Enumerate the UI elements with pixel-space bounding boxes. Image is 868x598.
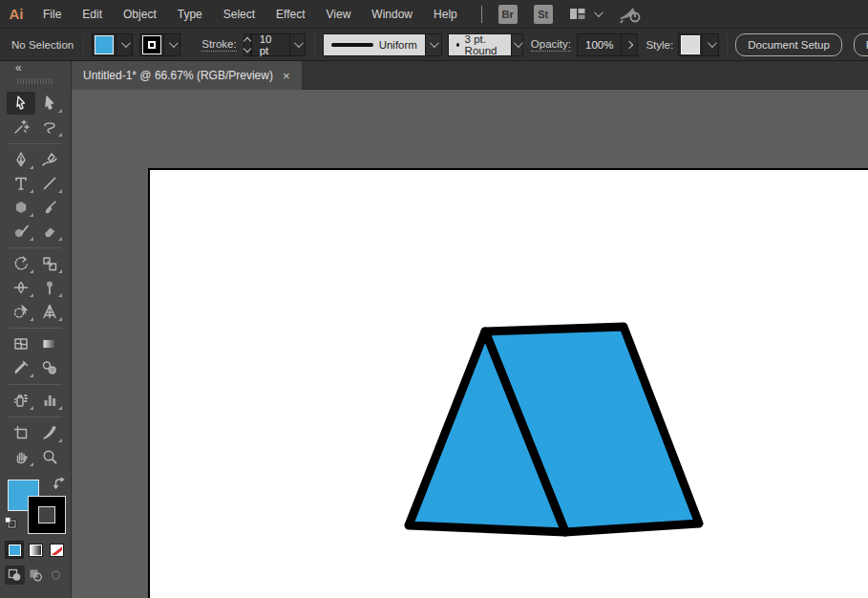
- stroke-color-proxy[interactable]: [29, 497, 65, 533]
- stroke-color-swatch[interactable]: [142, 35, 161, 54]
- opacity-value[interactable]: 100%: [578, 39, 621, 51]
- stroke-panel-link[interactable]: Stroke:: [201, 38, 236, 52]
- perspective-grid-icon: [41, 303, 58, 320]
- chevron-down-icon: [121, 38, 131, 48]
- symbol-sprayer-tool[interactable]: [7, 389, 35, 412]
- document-setup-button[interactable]: Document Setup: [735, 33, 842, 56]
- document-tab[interactable]: Untitled-1* @ 66.67% (RGB/Preview) ×: [72, 61, 302, 90]
- paintbrush-tool[interactable]: [35, 196, 64, 219]
- draw-normal-button[interactable]: [5, 566, 25, 585]
- width-tool[interactable]: [7, 276, 35, 299]
- gradient-button[interactable]: [26, 541, 45, 559]
- draw-inside-button: [46, 566, 66, 585]
- menu-select[interactable]: Select: [213, 0, 265, 29]
- opacity-field[interactable]: 100%: [577, 33, 638, 56]
- selection-status: No Selection: [11, 39, 74, 51]
- menu-help[interactable]: Help: [423, 0, 468, 29]
- direct-selection-tool[interactable]: [35, 92, 64, 115]
- color-swatch-icon: [9, 545, 21, 556]
- pen-nib-icon: [12, 151, 30, 168]
- stroke-weight-stepper[interactable]: [243, 33, 251, 56]
- puppet-warp-tool[interactable]: [35, 276, 64, 299]
- opacity-panel-link[interactable]: Opacity:: [531, 38, 571, 52]
- fill-color-swatch[interactable]: [95, 35, 114, 54]
- chevron-down-icon: [430, 38, 439, 48]
- stroke-weight-dropdown[interactable]: 10 pt: [251, 33, 306, 56]
- toolbar-header: «: [0, 61, 72, 90]
- drawing-modes-row: [0, 559, 71, 585]
- stock-button[interactable]: St: [534, 5, 553, 24]
- draw-behind-button[interactable]: [26, 566, 46, 585]
- pen-tool[interactable]: [7, 148, 35, 171]
- shape-tool[interactable]: [7, 196, 35, 219]
- toolbar-grip[interactable]: [17, 78, 53, 84]
- fill-color-dropdown[interactable]: [92, 33, 133, 56]
- eraser-tool[interactable]: [35, 220, 64, 243]
- workspace-switcher[interactable]: [569, 7, 601, 21]
- shape-builder-tool[interactable]: [7, 300, 35, 323]
- menu-view[interactable]: View: [316, 0, 362, 29]
- direct-selection-arrow-icon: [41, 95, 58, 112]
- preferences-button[interactable]: Preferences: [854, 33, 868, 56]
- column-graph-tool[interactable]: [35, 389, 64, 412]
- toolbar-separator: [9, 247, 62, 248]
- slice-tool[interactable]: [35, 421, 64, 444]
- line-segment-tool[interactable]: [35, 172, 64, 195]
- menu-window[interactable]: Window: [361, 0, 423, 29]
- close-tab-icon[interactable]: ×: [283, 70, 290, 82]
- perspective-grid-tool[interactable]: [35, 300, 64, 323]
- toolbar-separator: [9, 328, 62, 329]
- lasso-tool[interactable]: [35, 116, 64, 139]
- default-swatches-icon: [4, 516, 17, 529]
- color-button[interactable]: [5, 541, 24, 559]
- style-swatch[interactable]: [681, 35, 700, 54]
- mesh-tool[interactable]: [7, 332, 35, 355]
- menu-file[interactable]: File: [32, 0, 72, 29]
- scale-tool[interactable]: [35, 252, 64, 275]
- chevron-down-icon: [514, 38, 523, 48]
- artwork-layer[interactable]: [72, 90, 868, 598]
- swap-arrows-icon: [53, 477, 66, 489]
- hand-icon: [12, 448, 30, 465]
- menu-effect[interactable]: Effect: [265, 0, 315, 29]
- color-mode-row: [0, 533, 71, 559]
- width-icon: [12, 279, 30, 296]
- curvature-tool[interactable]: [35, 148, 64, 171]
- selection-tool[interactable]: [7, 92, 35, 115]
- polygon-icon: [12, 199, 30, 216]
- zoom-tool[interactable]: [35, 445, 64, 468]
- workspace-layout-icon: [569, 7, 586, 21]
- collapse-panel-button[interactable]: «: [15, 61, 22, 75]
- stroke-weight-value[interactable]: 10 pt: [252, 33, 289, 56]
- blend-icon: [41, 359, 58, 376]
- menu-separator: [481, 6, 482, 23]
- artboard-tool[interactable]: [7, 421, 35, 444]
- default-fill-stroke-button[interactable]: [4, 516, 17, 533]
- canvas-area[interactable]: [72, 90, 868, 598]
- style-dropdown[interactable]: [678, 33, 719, 56]
- gpu-performance-button[interactable]: [617, 5, 642, 24]
- hand-tool[interactable]: [7, 445, 35, 468]
- magic-wand-tool[interactable]: [7, 116, 35, 139]
- chevron-down-icon: [169, 38, 179, 48]
- gpu-rocket-icon: [617, 5, 642, 24]
- swap-fill-stroke-button[interactable]: [53, 476, 66, 493]
- shaper-tool[interactable]: [7, 220, 35, 243]
- stepper-down-icon[interactable]: [243, 44, 250, 52]
- type-tool[interactable]: [7, 172, 35, 195]
- menu-object[interactable]: Object: [113, 0, 167, 29]
- brush-dropdown[interactable]: 3 pt. Round: [448, 33, 523, 56]
- rotate-tool[interactable]: [7, 252, 35, 275]
- gradient-tool[interactable]: [35, 332, 64, 355]
- blend-tool[interactable]: [35, 356, 64, 379]
- menu-type[interactable]: Type: [167, 0, 213, 29]
- bridge-button[interactable]: Br: [498, 5, 518, 24]
- chevron-right-icon: [625, 40, 633, 48]
- none-button[interactable]: [47, 541, 66, 559]
- width-profile-dropdown[interactable]: Uniform: [323, 33, 442, 56]
- none-swatch-icon: [51, 545, 63, 556]
- stroke-color-dropdown[interactable]: [139, 33, 180, 56]
- menu-edit[interactable]: Edit: [72, 0, 113, 29]
- brush-dot-icon: [456, 43, 459, 47]
- eyedropper-tool[interactable]: [7, 356, 35, 379]
